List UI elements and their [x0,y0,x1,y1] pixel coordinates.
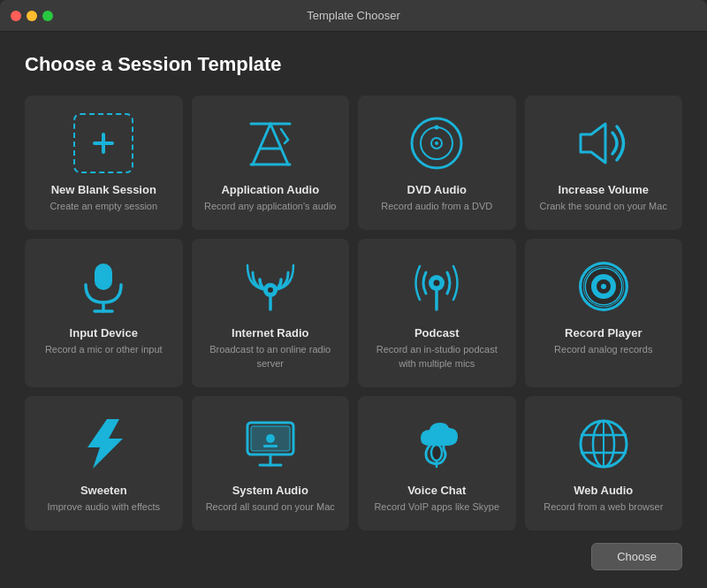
card-icon-web-audio [573,413,635,475]
card-icon-voice-chat [406,413,468,475]
svg-rect-14 [95,263,112,290]
card-icon-dvd-audio [406,112,468,174]
card-sweeten[interactable]: Sweeten Improve audio with effects [25,396,183,531]
card-icon-record-player [573,256,635,317]
main-content: Choose a Session Template New Blank Sess… [0,32,707,588]
card-desc-new-blank: Create an empty session [49,200,157,213]
card-internet-radio[interactable]: Internet Radio Broadcast to an online ra… [192,239,350,387]
card-desc-input-device: Record a mic or other input [45,343,163,356]
footer: Choose [25,531,682,570]
card-desc-application-audio: Record any application's audio [204,200,336,213]
card-application-audio[interactable]: Application Audio Record any application… [192,95,350,230]
card-title-dvd-audio: DVD Audio [407,183,467,196]
card-increase-volume[interactable]: Increase Volume Crank the sound on your … [525,95,683,230]
card-desc-internet-radio: Broadcast to an online radio server [203,343,338,370]
card-podcast[interactable]: Podcast Record an in-studio podcast with… [358,239,516,387]
page-title: Choose a Session Template [25,53,682,76]
svg-line-8 [285,140,288,143]
dashed-box-icon [73,113,133,173]
card-icon-podcast [406,256,468,317]
card-title-web-audio: Web Audio [574,484,633,497]
svg-marker-30 [87,419,123,469]
svg-rect-37 [263,445,277,447]
card-title-input-device: Input Device [70,326,138,340]
traffic-lights [11,11,53,21]
card-icon-application-audio [239,112,301,174]
svg-point-22 [434,280,440,286]
card-desc-increase-volume: Crank the sound on your Mac [540,200,667,213]
card-title-internet-radio: Internet Radio [232,326,308,340]
svg-point-36 [266,434,275,443]
card-desc-system-audio: Record all sound on your Mac [206,500,335,514]
svg-line-7 [281,129,288,140]
card-system-audio[interactable]: System Audio Record all sound on your Ma… [192,396,350,531]
card-desc-podcast: Record an in-studio podcast with multipl… [369,343,505,370]
card-title-podcast: Podcast [414,326,460,340]
card-icon-system-audio [239,413,301,475]
card-desc-record-player: Record analog records [554,343,652,356]
minimize-button[interactable] [27,11,37,21]
card-title-record-player: Record Player [565,326,642,340]
card-desc-voice-chat: Record VoIP apps like Skype [374,500,499,514]
card-icon-input-device [72,256,134,317]
card-title-sweeten: Sweeten [80,484,127,497]
card-record-player[interactable]: Record Player Record analog records [525,239,683,387]
svg-point-13 [435,126,439,130]
card-title-voice-chat: Voice Chat [407,484,466,497]
titlebar: Template Chooser [0,0,707,32]
card-title-new-blank: New Blank Session [51,183,156,196]
choose-button[interactable]: Choose [591,543,682,570]
card-dvd-audio[interactable]: DVD Audio Record audio from a DVD [358,95,516,230]
svg-line-4 [253,124,270,164]
svg-rect-1 [93,141,114,145]
window: Template Chooser Choose a Session Templa… [0,0,707,588]
window-title: Template Chooser [307,9,400,22]
card-title-increase-volume: Increase Volume [559,183,649,196]
card-input-device[interactable]: Input Device Record a mic or other input [25,239,183,387]
card-desc-web-audio: Record from a web browser [544,500,663,514]
fullscreen-button[interactable] [42,11,53,21]
svg-point-38 [431,445,442,461]
card-voice-chat[interactable]: Voice Chat Record VoIP apps like Skype [358,396,516,531]
card-new-blank[interactable]: New Blank Session Create an empty sessio… [25,95,183,230]
card-icon-increase-volume [573,112,635,174]
card-desc-sweeten: Improve audio with effects [47,500,160,514]
card-title-system-audio: System Audio [232,484,308,497]
svg-point-18 [268,287,273,293]
svg-line-5 [270,124,288,164]
card-web-audio[interactable]: Web Audio Record from a web browser [525,396,683,531]
close-button[interactable] [11,11,21,21]
template-grid: New Blank Session Create an empty sessio… [25,95,682,531]
card-desc-dvd-audio: Record audio from a DVD [381,200,492,213]
svg-point-12 [435,141,438,145]
svg-point-27 [601,284,606,289]
card-title-application-audio: Application Audio [221,183,319,196]
card-icon-sweeten [72,413,134,475]
card-icon-new-blank [72,112,134,174]
card-icon-internet-radio [239,256,301,317]
